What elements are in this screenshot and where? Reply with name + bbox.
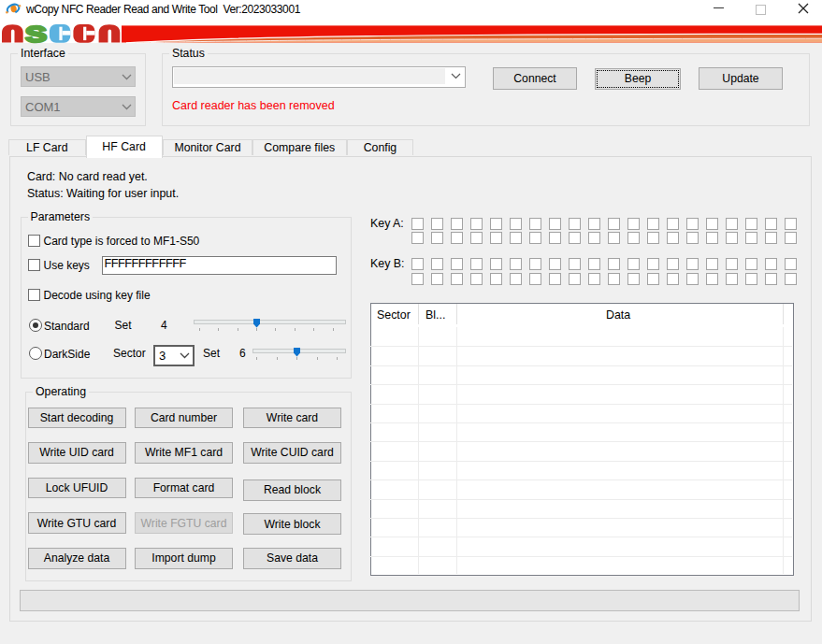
svg-text:s: s <box>24 23 47 44</box>
